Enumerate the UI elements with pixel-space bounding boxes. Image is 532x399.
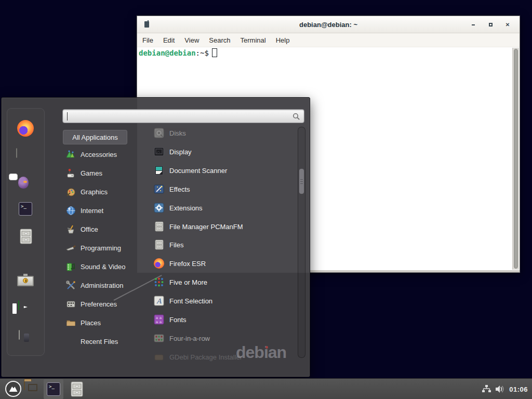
network-icon[interactable]: [482, 384, 491, 394]
terminal-icon: >_: [19, 202, 32, 216]
app-display[interactable]: Display: [154, 145, 192, 158]
favorite-keyboard[interactable]: [16, 149, 17, 158]
administration-icon: [66, 281, 76, 290]
minimize-icon: [472, 24, 475, 25]
terminal-menubar: File Edit View Search Terminal Help: [137, 33, 520, 47]
terminal-scrollbar[interactable]: [512, 48, 519, 270]
terminal-titlebar-icon: [144, 21, 149, 28]
shutdown-icon: [19, 330, 20, 340]
minimize-button[interactable]: [468, 16, 479, 33]
category-label: Graphics: [81, 188, 108, 196]
app-label: Fonts: [169, 316, 187, 324]
maximize-button[interactable]: [485, 16, 496, 33]
category-places[interactable]: Places: [65, 316, 101, 329]
app-file-manager-pcmanfm[interactable]: File Manager PCManFM: [154, 220, 243, 233]
application-menu: debian >_: [1, 97, 310, 377]
app-document-scanner[interactable]: Document Scanner: [154, 164, 227, 177]
shutdown-button[interactable]: [19, 330, 20, 340]
menu-scrollbar-handle[interactable]: [299, 168, 304, 194]
text-caret: [67, 112, 68, 121]
category-accessories[interactable]: Accessories: [65, 148, 117, 161]
all-applications-button[interactable]: All Applications: [63, 130, 127, 144]
app-five-or-more[interactable]: Five or More: [154, 276, 207, 288]
category-label: Places: [81, 319, 101, 327]
app-label: Five or More: [169, 278, 207, 286]
menu-view[interactable]: View: [184, 36, 199, 44]
category-games[interactable]: Games: [65, 167, 102, 179]
places-icon: [66, 318, 76, 328]
clock[interactable]: 01:06: [509, 385, 528, 393]
font-selection-icon: A: [154, 296, 164, 306]
close-icon: ✕: [506, 22, 510, 28]
games-icon: [66, 168, 76, 178]
recent-files-icon-spacer: [65, 336, 76, 347]
category-preferences[interactable]: Preferences: [65, 298, 117, 310]
terminal-launcher-active[interactable]: >_: [44, 379, 63, 399]
app-label: Font Selection: [169, 297, 212, 305]
terminal-title: debian@debian: ~: [299, 21, 357, 29]
office-icon: [66, 224, 76, 234]
terminal-cursor: [212, 48, 217, 57]
category-label: Preferences: [81, 300, 117, 308]
extensions-icon: [154, 203, 164, 213]
category-label: Internet: [81, 207, 103, 215]
menu-file[interactable]: File: [142, 36, 153, 44]
gdebi-icon: [154, 352, 164, 362]
app-effects[interactable]: Effects: [154, 183, 190, 195]
debian-watermark: debian: [236, 343, 286, 362]
favorite-file-manager[interactable]: [20, 229, 32, 244]
graphics-icon: [66, 187, 76, 197]
desktop: debian@debian: ~ ✕ File Edit View Search…: [0, 0, 532, 399]
app-extensions[interactable]: Extensions: [154, 202, 203, 214]
category-label: Administration: [81, 282, 123, 289]
file-cabinet-icon: [71, 381, 83, 397]
app-label: Extensions: [169, 204, 203, 212]
category-recent-files[interactable]: Recent Files: [65, 335, 118, 348]
category-internet[interactable]: Internet: [65, 204, 103, 217]
app-font-selection[interactable]: A Font Selection: [154, 295, 212, 307]
app-disks[interactable]: Disks: [154, 127, 186, 139]
category-programming[interactable]: Programming: [65, 242, 121, 254]
menu-search[interactable]: Search: [209, 36, 230, 44]
menu-edit[interactable]: Edit: [163, 36, 175, 44]
file-cabinet-launcher[interactable]: [71, 381, 83, 397]
file-manager-launcher[interactable]: [24, 381, 25, 390]
prompt-symbol: $: [204, 49, 208, 57]
menu-scrollbar[interactable]: [298, 127, 305, 358]
volume-icon[interactable]: [495, 384, 505, 394]
category-sound-video[interactable]: Sound & Video: [65, 260, 126, 273]
logout-button[interactable]: [18, 301, 19, 310]
app-label: GDebi Package Installer: [169, 353, 242, 361]
search-input[interactable]: [62, 109, 304, 123]
category-administration[interactable]: Administration: [65, 279, 123, 291]
app-label: Disks: [169, 129, 186, 137]
scrollbar-grip-icon: [300, 179, 303, 184]
app-gdebi-package-installer[interactable]: GDebi Package Installer: [154, 351, 242, 363]
programming-icon: [66, 243, 76, 253]
search-icon: [292, 113, 300, 121]
menu-button[interactable]: [5, 381, 21, 397]
display-icon: [154, 147, 164, 157]
app-label: Files: [169, 241, 183, 249]
menu-terminal[interactable]: Terminal: [241, 36, 266, 44]
svg-text:a: a: [159, 316, 162, 320]
terminal-scrollbar-handle[interactable]: [514, 49, 518, 269]
favorite-firefox[interactable]: [17, 120, 34, 139]
app-firefox-esr[interactable]: Firefox ESR: [154, 257, 206, 270]
app-files[interactable]: Files: [154, 238, 183, 251]
svg-text:a: a: [159, 320, 162, 324]
category-office[interactable]: Office: [65, 223, 98, 235]
menu-help[interactable]: Help: [276, 36, 290, 44]
firefox-icon: [154, 258, 164, 269]
menu-logo-icon: [7, 383, 19, 395]
category-graphics[interactable]: Graphics: [65, 185, 108, 198]
favorite-terminal[interactable]: >_: [19, 202, 32, 216]
folder-icon: [24, 380, 25, 390]
app-fonts[interactable]: a a a a Fonts: [154, 313, 187, 326]
close-button[interactable]: ✕: [502, 16, 513, 33]
category-label: Games: [81, 169, 102, 177]
app-four-in-a-row[interactable]: Four-in-a-row: [154, 332, 210, 344]
terminal-titlebar[interactable]: debian@debian: ~ ✕: [137, 16, 520, 33]
fonts-icon: a a a a: [154, 314, 164, 325]
app-label: Display: [169, 148, 192, 156]
